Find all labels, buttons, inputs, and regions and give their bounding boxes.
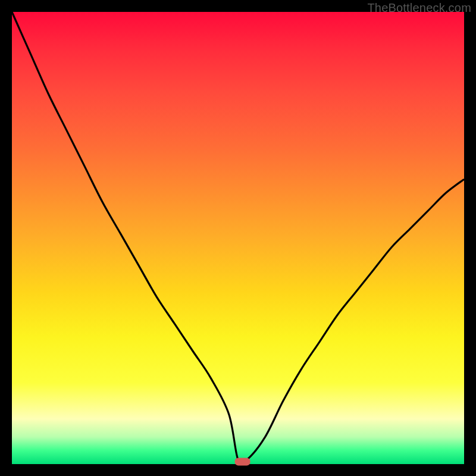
bottleneck-curve: [12, 12, 464, 464]
curve-path: [12, 12, 464, 464]
min-marker: [235, 458, 250, 466]
watermark-text: TheBottleneck.com: [367, 1, 471, 15]
plot-area: [12, 12, 464, 464]
chart-frame: TheBottleneck.com: [0, 0, 476, 476]
